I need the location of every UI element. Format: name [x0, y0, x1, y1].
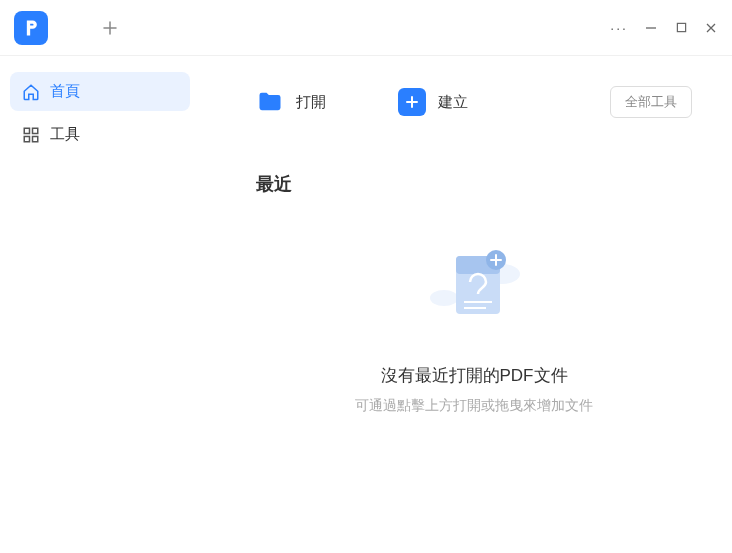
- minimize-icon: [645, 22, 657, 34]
- minimize-button[interactable]: [644, 21, 658, 35]
- all-tools-button[interactable]: 全部工具: [610, 86, 692, 118]
- sidebar: 首頁 工具: [0, 56, 200, 553]
- main-content: 打開 建立 全部工具 最近: [200, 56, 732, 553]
- empty-illustration: [414, 244, 534, 344]
- close-button[interactable]: [704, 21, 718, 35]
- window-controls: ···: [610, 20, 718, 36]
- svg-rect-0: [677, 23, 685, 31]
- maximize-button[interactable]: [674, 21, 688, 35]
- pdf-logo-icon: [21, 18, 41, 38]
- folder-icon: [256, 88, 284, 116]
- plus-icon: [103, 21, 117, 35]
- open-button[interactable]: 打開: [256, 88, 326, 116]
- create-button[interactable]: 建立: [398, 88, 468, 116]
- sidebar-item-label: 首頁: [50, 82, 80, 101]
- sidebar-item-tools[interactable]: 工具: [10, 115, 190, 154]
- maximize-icon: [676, 22, 687, 33]
- home-icon: [22, 83, 40, 101]
- app-window: ··· 首頁 工具: [0, 0, 732, 553]
- close-icon: [705, 22, 717, 34]
- all-tools-label: 全部工具: [625, 94, 677, 109]
- recent-section-title: 最近: [256, 172, 692, 196]
- app-logo[interactable]: [14, 11, 48, 45]
- more-menu-button[interactable]: ···: [610, 20, 628, 36]
- plus-square-icon: [398, 88, 426, 116]
- body: 首頁 工具 打開: [0, 56, 732, 553]
- new-tab-button[interactable]: [96, 14, 124, 42]
- grid-icon: [22, 126, 40, 144]
- svg-point-2: [430, 290, 458, 306]
- titlebar: ···: [0, 0, 732, 56]
- open-label: 打開: [296, 93, 326, 112]
- action-row: 打開 建立 全部工具: [256, 88, 692, 116]
- sidebar-item-label: 工具: [50, 125, 80, 144]
- sidebar-item-home[interactable]: 首頁: [10, 72, 190, 111]
- empty-state: 沒有最近打開的PDF文件 可通過點擊上方打開或拖曳來增加文件: [256, 196, 692, 553]
- create-label: 建立: [438, 93, 468, 112]
- empty-state-subtitle: 可通過點擊上方打開或拖曳來增加文件: [355, 397, 593, 415]
- empty-state-title: 沒有最近打開的PDF文件: [381, 364, 568, 387]
